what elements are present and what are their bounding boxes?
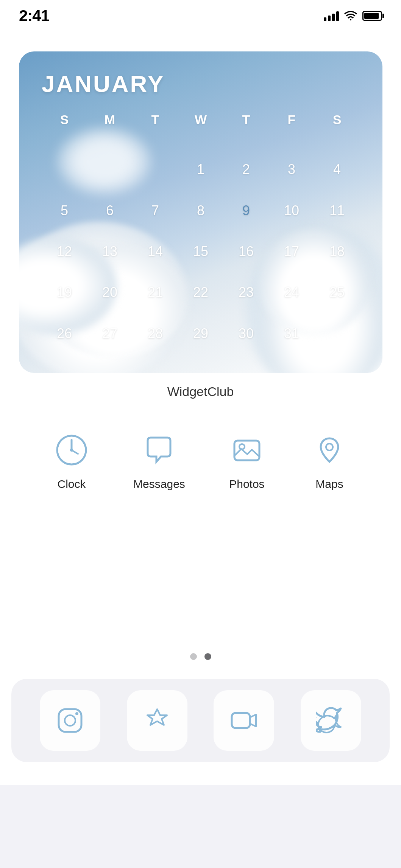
app-icons-row: Clock Messages Photos	[0, 414, 401, 509]
page-dot-2	[204, 653, 211, 660]
svg-rect-4	[234, 441, 259, 460]
cal-day-3: 3	[269, 149, 314, 190]
cal-day-19: 19	[42, 272, 87, 313]
cal-day-13: 13	[87, 231, 133, 272]
calendar-grid: S M T W T F S 1 2 3 4 5 6	[42, 109, 360, 354]
cal-day-29: 29	[178, 313, 223, 354]
cal-day-2: 2	[223, 149, 269, 190]
svg-point-6	[326, 444, 333, 450]
page-dot-1	[190, 653, 197, 660]
cal-day-25: 25	[314, 272, 360, 313]
cal-day-22: 22	[178, 272, 223, 313]
cal-day-14: 14	[133, 231, 178, 272]
cal-day-17: 17	[269, 231, 314, 272]
wifi-icon	[344, 11, 357, 21]
page-dots	[0, 623, 401, 679]
cal-day-27: 27	[87, 313, 133, 354]
status-icons	[324, 11, 382, 21]
cal-day-26: 26	[42, 313, 87, 354]
weekday-thu: T	[223, 109, 269, 149]
calendar-widget-container: JANUARY S M T W T F S 1 2 3	[0, 29, 401, 373]
cal-day-6: 6	[87, 190, 133, 231]
cal-day-11: 11	[314, 190, 360, 231]
messages-icon	[138, 429, 180, 471]
svg-point-5	[239, 444, 245, 449]
battery-icon	[362, 11, 382, 21]
cal-day-18: 18	[314, 231, 360, 272]
cal-day-12: 12	[42, 231, 87, 272]
cal-day-31: 31	[269, 313, 314, 354]
dock-icon-instagram[interactable]	[40, 690, 100, 751]
svg-point-9	[75, 712, 78, 715]
calendar-content: JANUARY S M T W T F S 1 2 3	[19, 51, 382, 373]
cal-day-28: 28	[133, 313, 178, 354]
cal-day-24: 24	[269, 272, 314, 313]
cal-day-30: 30	[223, 313, 269, 354]
photos-label: Photos	[229, 478, 264, 491]
cal-day-10: 10	[269, 190, 314, 231]
cal-day-7: 7	[133, 190, 178, 231]
cal-day-16: 16	[223, 231, 269, 272]
calendar-widget[interactable]: JANUARY S M T W T F S 1 2 3	[19, 51, 382, 373]
main-content: JANUARY S M T W T F S 1 2 3	[0, 29, 401, 785]
dock-icon-appstore[interactable]	[127, 690, 187, 751]
weekday-tue: T	[133, 109, 178, 149]
cal-day-empty2	[87, 149, 133, 190]
cal-day-empty-end	[314, 313, 360, 354]
cal-day-1: 1	[178, 149, 223, 190]
maps-label: Maps	[315, 478, 343, 491]
weekday-sat: S	[314, 109, 360, 149]
status-bar: 2:41	[0, 0, 401, 29]
signal-bars-icon	[324, 11, 339, 21]
svg-point-8	[65, 715, 75, 726]
calendar-month: JANUARY	[42, 70, 360, 97]
cal-day-8: 8	[178, 190, 223, 231]
cal-day-15: 15	[178, 231, 223, 272]
svg-line-3	[72, 450, 78, 454]
cal-day-empty1	[42, 149, 87, 190]
cal-day-23: 23	[223, 272, 269, 313]
app-icon-messages[interactable]: Messages	[133, 429, 185, 491]
cal-day-empty3	[133, 149, 178, 190]
dock-icon-facetime[interactable]	[214, 690, 274, 751]
dock-area	[0, 679, 401, 785]
clock-icon	[51, 429, 92, 471]
weekday-mon: M	[87, 109, 133, 149]
maps-icon	[309, 429, 350, 471]
cal-day-9-today: 9	[223, 190, 269, 231]
widget-label: WidgetClub	[0, 373, 401, 414]
weekday-sun: S	[42, 109, 87, 149]
app-icon-maps[interactable]: Maps	[309, 429, 350, 491]
app-icon-photos[interactable]: Photos	[226, 429, 268, 491]
cal-day-4: 4	[314, 149, 360, 190]
dock	[11, 679, 390, 762]
weekday-fri: F	[269, 109, 314, 149]
cal-day-21: 21	[133, 272, 178, 313]
status-time: 2:41	[19, 7, 49, 25]
cal-day-5: 5	[42, 190, 87, 231]
spacer	[0, 509, 401, 623]
messages-label: Messages	[133, 478, 185, 491]
dock-icon-twitter[interactable]	[301, 690, 361, 751]
app-icon-clock[interactable]: Clock	[51, 429, 92, 491]
cal-day-20: 20	[87, 272, 133, 313]
weekday-wed: W	[178, 109, 223, 149]
svg-rect-10	[232, 713, 250, 728]
clock-label: Clock	[58, 478, 86, 491]
svg-rect-7	[59, 709, 81, 732]
photos-icon	[226, 429, 268, 471]
